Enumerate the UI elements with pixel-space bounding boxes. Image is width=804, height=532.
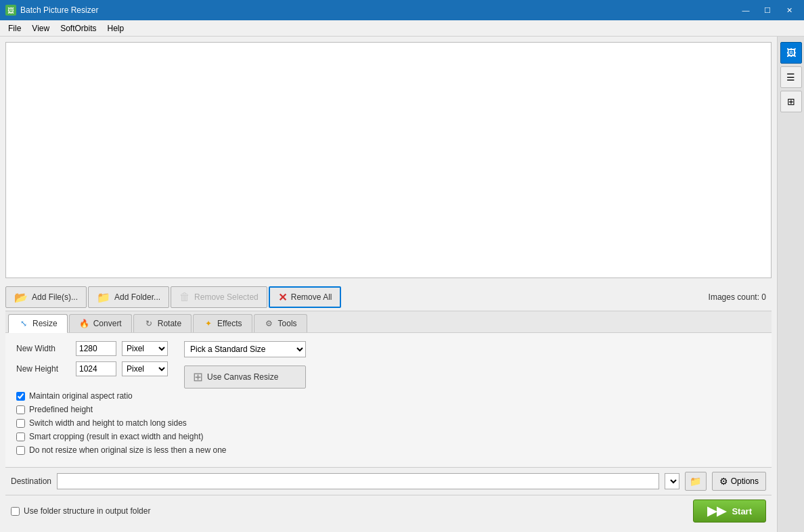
effects-tab-icon: ✦ xyxy=(203,318,214,329)
app-title: Batch Picture Resizer xyxy=(20,5,736,15)
main-content: 📂 Add File(s)... 📁 Add Folder... 🗑 Remov… xyxy=(0,37,804,532)
tab-rotate-label: Rotate xyxy=(158,319,181,328)
remove-selected-icon: 🗑 xyxy=(179,291,190,303)
image-area xyxy=(5,42,772,278)
predefined-height-checkbox[interactable] xyxy=(16,405,25,414)
no-resize-label: Do not resize when original size is less… xyxy=(29,445,227,455)
thumbnail-view-icon: 🖼 xyxy=(786,47,796,58)
close-button[interactable]: ✕ xyxy=(780,3,799,17)
switch-width-height-label: Switch width and height to match long si… xyxy=(29,418,187,428)
no-resize-checkbox[interactable] xyxy=(16,446,25,455)
folder-open-icon: 📂 xyxy=(14,291,28,304)
resize-controls-row: New Width Pixel Percent Cm Inch New Heig… xyxy=(16,341,761,389)
tab-convert-label: Convert xyxy=(93,319,122,328)
tab-resize-label: Resize xyxy=(32,319,58,328)
add-folder-button[interactable]: 📁 Add Folder... xyxy=(88,286,169,308)
right-sidebar: 🖼 ☰ ⊞ xyxy=(777,37,804,532)
resize-right-controls: Pick a Standard Size 640×480 800×600 102… xyxy=(184,341,306,389)
maintain-aspect-row: Maintain original aspect ratio xyxy=(16,391,761,401)
remove-all-icon: ✕ xyxy=(278,291,287,304)
add-files-label: Add File(s)... xyxy=(32,292,78,302)
switch-width-height-row: Switch width and height to match long si… xyxy=(16,418,761,428)
maintain-aspect-checkbox[interactable] xyxy=(16,392,25,401)
destination-browse-button[interactable]: 📁 xyxy=(685,472,707,491)
list-view-icon: ☰ xyxy=(786,72,795,83)
tools-tab-icon: ⚙ xyxy=(264,318,275,329)
canvas-resize-button[interactable]: ⊞ Use Canvas Resize xyxy=(184,365,306,389)
remove-selected-label: Remove Selected xyxy=(194,292,259,302)
rotate-tab-icon: ↻ xyxy=(143,318,154,329)
tab-rotate[interactable]: ↻ Rotate xyxy=(133,314,192,332)
width-unit-select[interactable]: Pixel Percent Cm Inch xyxy=(122,341,168,356)
list-view-button[interactable]: ☰ xyxy=(780,66,802,88)
tab-effects[interactable]: ✦ Effects xyxy=(193,314,252,332)
menu-softorbits[interactable]: SoftOrbits xyxy=(55,21,102,36)
start-label: Start xyxy=(732,506,752,516)
smart-cropping-checkbox[interactable] xyxy=(16,433,25,441)
resize-dimensions: New Width Pixel Percent Cm Inch New Heig… xyxy=(16,341,168,389)
use-folder-label: Use folder structure in output folder xyxy=(24,506,150,516)
gear-icon: ⚙ xyxy=(719,476,728,487)
bottom-section: ⤡ Resize 🔥 Convert ↻ Rotate ✦ Effects ⚙ xyxy=(5,311,772,467)
app-icon: 🖼 xyxy=(5,5,16,16)
destination-label: Destination xyxy=(11,476,51,486)
thumbnail-view-button[interactable]: 🖼 xyxy=(780,42,802,64)
height-row: New Height Pixel Percent Cm Inch xyxy=(16,361,168,376)
use-folder-row: Use folder structure in output folder xyxy=(11,506,150,516)
menu-bar: File View SoftOrbits Help xyxy=(0,20,804,37)
remove-all-label: Remove All xyxy=(291,292,332,302)
menu-file[interactable]: File xyxy=(3,21,26,36)
tabs: ⤡ Resize 🔥 Convert ↻ Rotate ✦ Effects ⚙ xyxy=(5,311,772,333)
tab-effects-label: Effects xyxy=(217,319,242,328)
canvas-resize-label: Use Canvas Resize xyxy=(207,372,278,382)
predefined-height-row: Predefined height xyxy=(16,405,761,414)
destination-bar: Destination 📁 ⚙ Options xyxy=(5,467,772,495)
new-width-label: New Width xyxy=(16,344,70,353)
bottom-row: Use folder structure in output folder ▶▶… xyxy=(5,495,772,527)
add-folder-label: Add Folder... xyxy=(114,292,160,302)
remove-selected-button[interactable]: 🗑 Remove Selected xyxy=(171,286,267,308)
smart-cropping-label: Smart cropping (result in exact width an… xyxy=(29,432,203,441)
title-bar-controls: — ☐ ✕ xyxy=(736,3,799,17)
destination-input[interactable] xyxy=(57,473,659,489)
start-icon: ▶▶ xyxy=(707,504,726,518)
menu-help[interactable]: Help xyxy=(102,21,130,36)
tab-tools[interactable]: ⚙ Tools xyxy=(254,314,307,332)
images-count: Images count: 0 xyxy=(709,292,772,302)
grid-view-button[interactable]: ⊞ xyxy=(780,91,802,112)
convert-tab-icon: 🔥 xyxy=(79,318,90,329)
switch-width-height-checkbox[interactable] xyxy=(16,419,25,428)
menu-view[interactable]: View xyxy=(26,21,55,36)
minimize-button[interactable]: — xyxy=(736,3,755,17)
grid-view-icon: ⊞ xyxy=(787,96,795,107)
options-label: Options xyxy=(731,476,759,486)
browse-icon: 📁 xyxy=(690,476,701,487)
height-input[interactable] xyxy=(76,361,116,376)
tab-tools-label: Tools xyxy=(278,319,297,328)
tab-convert[interactable]: 🔥 Convert xyxy=(69,314,132,332)
resize-tab-content: New Width Pixel Percent Cm Inch New Heig… xyxy=(5,333,772,467)
smart-cropping-row: Smart cropping (result in exact width an… xyxy=(16,432,761,441)
title-bar: 🖼 Batch Picture Resizer — ☐ ✕ xyxy=(0,0,804,20)
folder-icon: 📁 xyxy=(97,291,110,304)
new-height-label: New Height xyxy=(16,364,70,374)
maximize-button[interactable]: ☐ xyxy=(758,3,777,17)
width-row: New Width Pixel Percent Cm Inch xyxy=(16,341,168,356)
height-unit-select[interactable]: Pixel Percent Cm Inch xyxy=(122,361,168,376)
add-files-button[interactable]: 📂 Add File(s)... xyxy=(5,286,87,308)
tab-resize[interactable]: ⤡ Resize xyxy=(8,314,68,333)
predefined-height-label: Predefined height xyxy=(29,405,93,414)
standard-size-select[interactable]: Pick a Standard Size 640×480 800×600 102… xyxy=(184,341,306,357)
left-panel: 📂 Add File(s)... 📁 Add Folder... 🗑 Remov… xyxy=(0,37,777,532)
start-button[interactable]: ▶▶ Start xyxy=(693,500,766,523)
options-button[interactable]: ⚙ Options xyxy=(712,472,766,491)
no-resize-row: Do not resize when original size is less… xyxy=(16,445,761,455)
destination-dropdown[interactable] xyxy=(665,473,679,489)
resize-tab-icon: ⤡ xyxy=(18,318,29,329)
toolbar: 📂 Add File(s)... 📁 Add Folder... 🗑 Remov… xyxy=(5,284,772,311)
maintain-aspect-label: Maintain original aspect ratio xyxy=(29,391,133,401)
remove-all-button[interactable]: ✕ Remove All xyxy=(269,286,342,308)
width-input[interactable] xyxy=(76,341,116,356)
canvas-resize-icon: ⊞ xyxy=(193,370,203,384)
use-folder-checkbox[interactable] xyxy=(11,507,20,516)
